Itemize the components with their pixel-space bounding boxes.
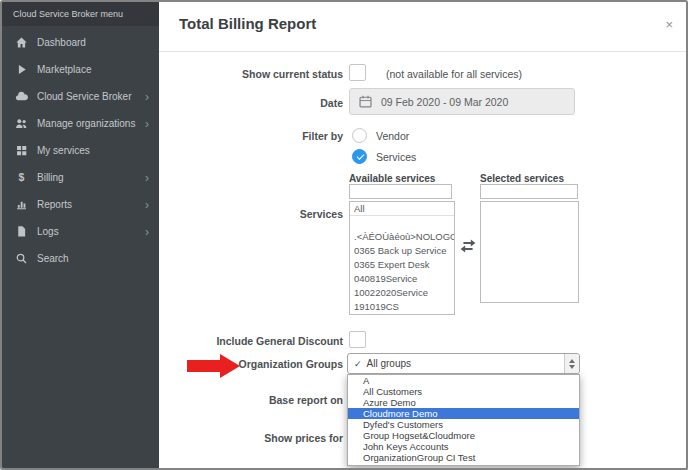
page-title: Total Billing Report [179,15,316,32]
vendor-radio[interactable] [352,128,367,143]
sidebar: Cloud Service Broker menu Dashboard Mark… [2,2,159,468]
organization-groups-dropdown: A All Customers Azure Demo Cloudmore Dem… [347,374,580,466]
sidebar-item-label: Search [37,253,69,264]
date-label: Date [159,97,343,109]
home-icon [15,36,28,49]
calendar-icon [359,95,372,108]
organization-groups-select[interactable]: ✓ All groups [347,353,580,374]
chevron-right-icon: › [145,91,149,103]
chevron-right-icon: › [145,172,149,184]
dollar-icon: $ [15,171,28,184]
dropdown-option[interactable]: John Keys Accounts [348,441,579,452]
transfer-icon[interactable] [460,239,476,253]
dropdown-option[interactable]: OrganizationGroup CI Test [348,463,579,466]
cloud-icon [15,90,28,103]
chevron-right-icon: › [145,118,149,130]
services-radio-label: Services [376,151,416,163]
sidebar-item-label: Logs [37,226,59,237]
sidebar-item-logs[interactable]: Logs › [2,218,159,245]
dropdown-option[interactable]: OrganizationGroup CI Test [348,452,579,463]
check-icon [356,152,364,160]
list-item[interactable] [350,216,454,230]
sidebar-item-label: My services [37,145,90,156]
bar-chart-icon [15,198,28,211]
sidebar-item-label: Dashboard [37,37,86,48]
total-billing-report-modal: Total Billing Report × Show current stat… [159,2,686,468]
svg-text:$: $ [19,171,25,183]
services-radio[interactable] [352,149,367,164]
chevron-right-icon: › [145,226,149,238]
red-arrow-head-icon [220,354,240,378]
dropdown-option[interactable]: Dyfed's Customers [348,419,579,430]
sidebar-header: Cloud Service Broker menu [2,2,159,26]
close-icon[interactable]: × [665,17,673,32]
include-discount-label: Include General Discount [159,335,343,347]
sidebar-item-manage-organizations[interactable]: Manage organizations › [2,110,159,137]
date-range-value: 09 Feb 2020 - 09 Mar 2020 [381,96,508,108]
list-item[interactable]: All [350,202,454,216]
status-note: (not available for all services) [386,68,522,80]
dropdown-option[interactable]: Group Hogset&Cloudmore [348,430,579,441]
sidebar-item-label: Marketplace [37,64,91,75]
sidebar-item-dashboard[interactable]: Dashboard [2,29,159,56]
file-icon [15,225,28,238]
sidebar-item-marketplace[interactable]: Marketplace [2,56,159,83]
include-discount-checkbox[interactable] [349,331,366,348]
sidebar-item-my-services[interactable]: My services [2,137,159,164]
date-range-input[interactable]: 09 Feb 2020 - 09 Mar 2020 [349,88,575,115]
show-prices-for-label: Show prices for [159,432,343,444]
sidebar-item-cloud-service-broker[interactable]: Cloud Service Broker › [2,83,159,110]
available-services-list[interactable]: All .<ÀÉOÙàéoù>NOLOGO 0365 Back up Servi… [349,201,455,315]
selected-filter-input[interactable] [480,184,578,199]
list-item[interactable]: 040819Service [350,272,454,286]
sidebar-item-label: Cloud Service Broker [37,91,131,102]
list-item[interactable]: .<ÀÉOÙàéoù>NOLOGO [350,230,454,244]
available-services-header: Available services [349,173,435,184]
list-item[interactable]: 10022020Service [350,286,454,300]
show-current-status-checkbox[interactable] [349,64,366,81]
check-icon: ✓ [354,359,362,369]
selected-services-header: Selected services [480,173,564,184]
sidebar-menu: Dashboard Marketplace Cloud Service Brok… [2,26,159,272]
sidebar-item-label: Billing [37,172,64,183]
filter-by-label: Filter by [159,130,343,142]
selected-group-value: All groups [367,358,564,369]
list-item[interactable]: 0365 Back up Service [350,244,454,258]
dropdown-option[interactable]: All Customers [348,386,579,397]
title-divider [159,51,686,52]
list-item[interactable]: 0365 Expert Desk [350,258,454,272]
sidebar-item-reports[interactable]: Reports › [2,191,159,218]
dropdown-option[interactable]: Azure Demo [348,397,579,408]
sidebar-item-search[interactable]: Search [2,245,159,272]
select-stepper-icon [564,354,579,373]
dropdown-option-highlighted[interactable]: Cloudmore Demo [348,408,579,419]
list-item[interactable]: 191019CS [350,300,454,314]
red-arrow [187,360,220,372]
app-window: Cloud Service Broker menu Dashboard Mark… [0,0,688,470]
search-icon [15,252,28,265]
available-filter-input[interactable] [349,184,452,199]
sidebar-item-label: Manage organizations [37,118,135,129]
vendor-radio-label: Vendor [376,130,409,142]
sidebar-item-billing[interactable]: $ Billing › [2,164,159,191]
chevron-right-icon: › [145,199,149,211]
play-icon [15,63,28,76]
selected-services-list[interactable] [480,201,579,303]
users-icon [15,117,28,130]
grid-icon [15,144,28,157]
services-label: Services [159,208,343,220]
show-current-status-label: Show current status [159,68,343,80]
sidebar-item-label: Reports [37,199,72,210]
dropdown-option[interactable]: A [348,375,579,386]
base-report-on-label: Base report on [159,394,343,406]
